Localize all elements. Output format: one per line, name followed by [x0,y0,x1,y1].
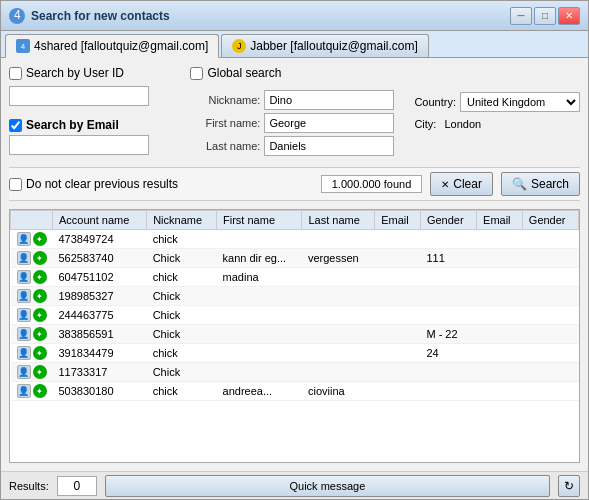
tab-jabber-label: Jabber [falloutquiz@gmail.com] [250,39,418,53]
nickname: Chick [147,249,217,268]
lastname [302,306,375,325]
email [375,325,421,344]
account-name: 198985327 [53,287,147,306]
firstname-input[interactable] [264,113,394,133]
firstname [217,363,302,382]
tab-jabber[interactable]: J Jabber [falloutquiz@gmail.com] [221,34,429,57]
gender [420,268,476,287]
person-icon: 👤 [17,384,31,398]
email-input[interactable]: daniels@gmail.com [9,135,149,155]
city-value: London [444,118,481,130]
col-nickname: Nickname [147,211,217,230]
clear-button[interactable]: ✕ Clear [430,172,493,196]
search-button[interactable]: 🔍 Search [501,172,580,196]
row-icons-cell: 👤 ✦ [11,306,53,325]
no-clear-label[interactable]: Do not clear previous results [26,177,178,191]
main-content: Search by User ID Search by Email daniel… [1,58,588,471]
table-row[interactable]: 👤 ✦ 503830180 chick andreea... cioviina [11,382,579,401]
email [375,363,421,382]
gender: 111 [420,249,476,268]
email [375,344,421,363]
status-icon: ✦ [33,270,47,284]
status-icon: ✦ [33,289,47,303]
email [375,249,421,268]
account-name: 391834479 [53,344,147,363]
col-account: Account name [53,211,147,230]
lastname: vergessen [302,249,375,268]
row-icons-cell: 👤 ✦ [11,268,53,287]
minimize-button[interactable]: ─ [510,7,532,25]
table-row[interactable]: 👤 ✦ 198985327 Chick [11,287,579,306]
status-icon: ✦ [33,308,47,322]
tab-jabber-icon: J [232,39,246,53]
table-row[interactable]: 👤 ✦ 604751102 chick madina [11,268,579,287]
email2 [477,325,523,344]
firstname [217,325,302,344]
gs-country-city: Country: United Kingdom United States Ge… [414,90,580,159]
global-search-label[interactable]: Global search [207,66,281,80]
gender2 [522,363,578,382]
table-row[interactable]: 👤 ✦ 562583740 Chick kann dir eg... verge… [11,249,579,268]
no-clear-checkbox[interactable] [9,178,22,191]
gender [420,363,476,382]
global-search-form: Nickname: First name: Last name: [190,90,580,159]
refresh-icon: ↻ [564,479,574,493]
firstname [217,306,302,325]
refresh-button[interactable]: ↻ [558,475,580,497]
table-row[interactable]: 👤 ✦ 473849724 chick [11,230,579,249]
email2 [477,268,523,287]
table-row[interactable]: 👤 ✦ 244463775 Chick [11,306,579,325]
maximize-button[interactable]: □ [534,7,556,25]
email2 [477,363,523,382]
search-label: Search [531,177,569,191]
account-name: 383856591 [53,325,147,344]
country-select[interactable]: United Kingdom United States Germany Fra… [460,92,580,112]
col-firstname: First name [217,211,302,230]
lastname-input[interactable] [264,136,394,156]
email-label[interactable]: Search by Email [26,118,119,132]
email [375,287,421,306]
lastname [302,287,375,306]
results-table-container[interactable]: Account name Nickname First name Last na… [9,209,580,463]
email2 [477,249,523,268]
firstname-row: First name: [190,113,394,133]
lastname [302,230,375,249]
nickname: chick [147,230,217,249]
table-row[interactable]: 👤 ✦ 11733317 Chick [11,363,579,382]
nickname: Chick [147,363,217,382]
row-icons-cell: 👤 ✦ [11,382,53,401]
user-id-label[interactable]: Search by User ID [26,66,124,80]
email-checkbox[interactable] [9,119,22,132]
lastname-label: Last name: [190,140,260,152]
nickname: Chick [147,325,217,344]
email2 [477,230,523,249]
gender [420,306,476,325]
table-row[interactable]: 👤 ✦ 391834479 chick 24 [11,344,579,363]
account-name: 244463775 [53,306,147,325]
lastname [302,325,375,344]
row-icons-cell: 👤 ✦ [11,287,53,306]
row-icons-cell: 👤 ✦ [11,363,53,382]
col-gender: Gender [420,211,476,230]
account-name: 473849724 [53,230,147,249]
firstname [217,344,302,363]
user-id-checkbox[interactable] [9,67,22,80]
lastname-row: Last name: [190,136,394,156]
firstname-label: First name: [190,117,260,129]
firstname: madina [217,268,302,287]
row-icons-cell: 👤 ✦ [11,344,53,363]
col-email2: Email [477,211,523,230]
no-clear-section: Do not clear previous results [9,177,313,191]
person-icon: 👤 [17,327,31,341]
lastname [302,268,375,287]
nickname-input[interactable] [264,90,394,110]
user-id-input[interactable] [9,86,149,106]
email [375,268,421,287]
row-icons-cell: 👤 ✦ [11,325,53,344]
global-search-checkbox[interactable] [190,67,203,80]
close-button[interactable]: ✕ [558,7,580,25]
tab-4shared[interactable]: 4 4shared [falloutquiz@gmail.com] [5,34,219,58]
table-row[interactable]: 👤 ✦ 383856591 Chick M - 22 [11,325,579,344]
table-header-row: Account name Nickname First name Last na… [11,211,579,230]
quick-message-button[interactable]: Quick message [105,475,550,497]
